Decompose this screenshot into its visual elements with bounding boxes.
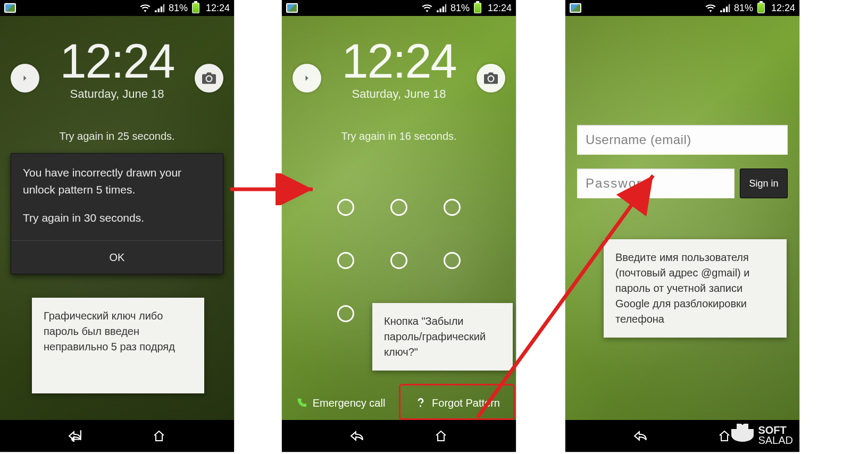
phone-icon bbox=[296, 397, 307, 409]
camera-shortcut-button[interactable] bbox=[477, 64, 505, 93]
status-time: 12:24 bbox=[206, 3, 230, 14]
sign-in-button[interactable]: Sign in bbox=[740, 169, 788, 198]
nav-back-icon[interactable] bbox=[349, 428, 364, 443]
widget-expand-button[interactable] bbox=[11, 64, 39, 93]
battery-percent: 81% bbox=[169, 3, 188, 14]
phone-screen-3: 81% 12:24 Username (email) Password Sign… bbox=[565, 0, 799, 452]
lock-bottom-bar: Emergency call Forgot Pattern bbox=[282, 386, 516, 420]
screenshot-saved-icon bbox=[4, 3, 16, 13]
nav-home-icon[interactable] bbox=[717, 428, 732, 443]
softsalad-logo: SOFT SALAD bbox=[731, 425, 793, 445]
pattern-dot[interactable] bbox=[444, 199, 461, 216]
nav-bar bbox=[282, 420, 516, 452]
status-bar: 81% 12:24 bbox=[282, 0, 516, 16]
pattern-dot[interactable] bbox=[337, 305, 354, 322]
nav-home-icon[interactable] bbox=[433, 428, 448, 443]
status-time: 12:24 bbox=[488, 3, 512, 14]
annotation-note-2: Кнопка "Забыли пароль/графический ключ?" bbox=[372, 303, 513, 371]
signal-icon bbox=[720, 4, 730, 12]
question-icon bbox=[415, 397, 427, 409]
pattern-dot[interactable] bbox=[337, 199, 354, 216]
screenshot-saved-icon bbox=[286, 3, 298, 13]
wifi-icon bbox=[705, 4, 716, 12]
camera-shortcut-button[interactable] bbox=[195, 64, 223, 93]
password-placeholder: Password bbox=[586, 176, 650, 191]
battery-icon bbox=[757, 3, 765, 13]
screenshot-saved-icon bbox=[570, 3, 581, 13]
wifi-icon bbox=[140, 4, 151, 12]
battery-icon bbox=[192, 3, 199, 13]
pattern-dot[interactable] bbox=[390, 252, 407, 269]
logo-bowl-icon bbox=[731, 429, 754, 442]
lock-date: Saturday, June 18 bbox=[0, 87, 234, 101]
emergency-call-button[interactable]: Emergency call bbox=[282, 386, 399, 420]
annotation-note-3: Введите имя пользователя (почтовый адрес… bbox=[604, 239, 787, 338]
battery-icon bbox=[474, 3, 481, 13]
status-bar: 81% 12:24 bbox=[565, 0, 799, 16]
nav-home-icon[interactable] bbox=[152, 428, 166, 443]
nav-back-icon[interactable] bbox=[633, 428, 648, 443]
battery-percent: 81% bbox=[734, 3, 753, 14]
retry-countdown: Try again in 25 seconds. bbox=[0, 130, 234, 142]
dialog-message-line1: You have incorrectly drawn your unlock p… bbox=[23, 164, 211, 198]
forgot-pattern-label: Forgot Pattern bbox=[432, 397, 500, 409]
forgot-pattern-button[interactable]: Forgot Pattern bbox=[399, 386, 516, 420]
lockout-dialog: You have incorrectly drawn your unlock p… bbox=[11, 153, 223, 274]
wifi-icon bbox=[422, 4, 432, 12]
phone-screen-1: 81% 12:24 12:24 Saturday, June 18 Try ag… bbox=[0, 0, 234, 452]
google-login-form: Username (email) Password Sign in bbox=[577, 125, 788, 198]
phone-screen-2: 81% 12:24 12:24 Saturday, June 18 Try ag… bbox=[282, 0, 516, 452]
retry-countdown: Try again in 16 seconds. bbox=[282, 130, 516, 142]
dialog-ok-button[interactable]: OK bbox=[11, 241, 223, 274]
dialog-message-line2: Try again in 30 seconds. bbox=[23, 209, 211, 226]
pattern-dot[interactable] bbox=[337, 252, 354, 269]
logo-text-bottom: SALAD bbox=[758, 435, 793, 445]
emergency-call-label: Emergency call bbox=[313, 397, 386, 409]
nav-bar bbox=[0, 420, 234, 452]
widget-expand-button[interactable] bbox=[293, 64, 321, 93]
status-time: 12:24 bbox=[771, 3, 795, 14]
status-bar: 81% 12:24 bbox=[0, 0, 234, 16]
lock-date: Saturday, June 18 bbox=[282, 87, 516, 101]
password-input[interactable]: Password bbox=[577, 169, 735, 198]
pattern-dot[interactable] bbox=[444, 252, 461, 269]
nav-back-icon[interactable] bbox=[68, 428, 82, 443]
username-input[interactable]: Username (email) bbox=[577, 125, 788, 155]
username-placeholder: Username (email) bbox=[586, 132, 691, 147]
signal-icon bbox=[437, 4, 446, 12]
pattern-dot[interactable] bbox=[390, 199, 407, 216]
annotation-note-1: Графический ключ либо пароль был введен … bbox=[32, 298, 204, 393]
signal-icon bbox=[155, 4, 164, 12]
battery-percent: 81% bbox=[450, 3, 470, 14]
